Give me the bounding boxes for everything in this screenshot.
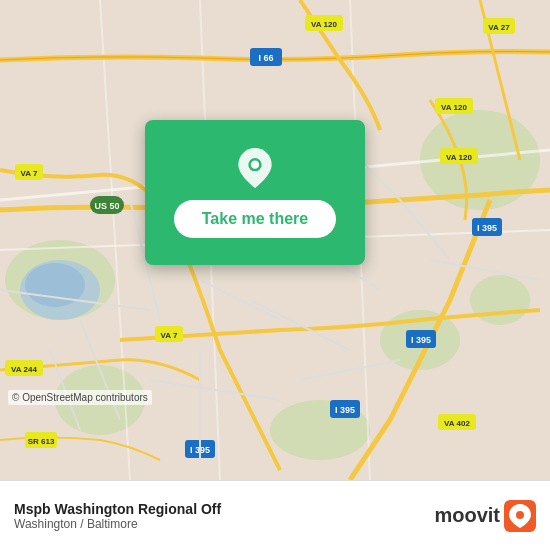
location-card: Take me there bbox=[145, 120, 365, 265]
map-container: I 66 VA 120 VA 27 VA 7 US 50 US 50 VA 12… bbox=[0, 0, 550, 480]
svg-text:VA 27: VA 27 bbox=[488, 23, 510, 32]
svg-point-6 bbox=[470, 275, 530, 325]
svg-text:VA 402: VA 402 bbox=[444, 419, 470, 428]
moovit-logo: moovit bbox=[434, 500, 536, 532]
svg-text:I 395: I 395 bbox=[477, 223, 497, 233]
svg-text:I 395: I 395 bbox=[411, 335, 431, 345]
svg-text:US 50: US 50 bbox=[94, 201, 119, 211]
location-title: Mspb Washington Regional Off bbox=[14, 501, 221, 517]
svg-text:VA 7: VA 7 bbox=[21, 169, 38, 178]
svg-text:VA 7: VA 7 bbox=[161, 331, 178, 340]
copyright-text: © OpenStreetMap contributors bbox=[8, 390, 152, 405]
svg-text:I 66: I 66 bbox=[258, 53, 273, 63]
svg-text:VA 244: VA 244 bbox=[11, 365, 37, 374]
moovit-icon bbox=[504, 500, 536, 532]
svg-text:VA 120: VA 120 bbox=[311, 20, 337, 29]
svg-text:VA 120: VA 120 bbox=[441, 103, 467, 112]
svg-text:SR 613: SR 613 bbox=[28, 437, 55, 446]
take-me-there-button[interactable]: Take me there bbox=[174, 200, 336, 238]
location-info: Mspb Washington Regional Off Washington … bbox=[14, 501, 221, 531]
location-pin-icon bbox=[235, 148, 275, 188]
svg-text:I 395: I 395 bbox=[335, 405, 355, 415]
moovit-brand-text: moovit bbox=[434, 504, 500, 527]
svg-point-62 bbox=[251, 160, 259, 168]
svg-point-64 bbox=[516, 511, 524, 519]
info-bar: Mspb Washington Regional Off Washington … bbox=[0, 480, 550, 550]
location-subtitle: Washington / Baltimore bbox=[14, 517, 221, 531]
svg-text:VA 120: VA 120 bbox=[446, 153, 472, 162]
